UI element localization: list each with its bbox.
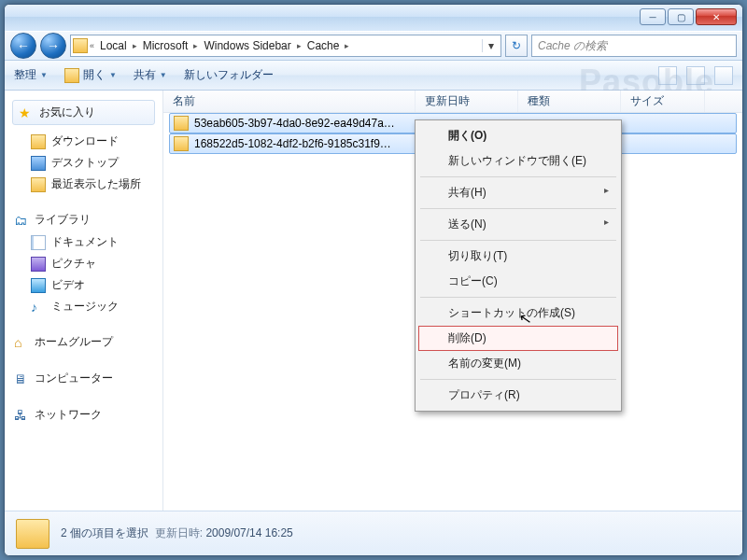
explorer-window: ─ ▢ ✕ ← → « Local▸ Microsoft▸ Windows Si…	[4, 4, 743, 556]
sidebar-item-recent[interactable]: 最近表示した場所	[8, 174, 159, 195]
menu-properties[interactable]: プロパティ(R)	[418, 383, 618, 408]
new-folder-button[interactable]: 新しいフォルダー	[184, 67, 274, 83]
col-name[interactable]: 名前	[163, 91, 416, 112]
titlebar: ─ ▢ ✕	[5, 5, 742, 31]
nav-bar: ← → « Local▸ Microsoft▸ Windows Sidebar▸…	[5, 31, 742, 61]
computer-header[interactable]: 🖥コンピューター	[8, 367, 159, 390]
sidebar-item-music[interactable]: ♪ミュージック	[8, 296, 159, 317]
organize-menu[interactable]: 整理 ▼	[14, 67, 48, 83]
folder-icon	[174, 116, 189, 131]
recent-icon	[31, 177, 46, 192]
breadcrumb[interactable]: Cache	[303, 39, 344, 52]
forward-button[interactable]: →	[40, 33, 66, 59]
menu-create-shortcut[interactable]: ショートカットの作成(S)	[418, 301, 618, 326]
share-menu[interactable]: 共有 ▼	[134, 67, 167, 83]
library-icon: 🗂	[14, 213, 29, 228]
status-bar: 2 個の項目を選択 更新日時: 2009/07/14 16:25	[5, 511, 742, 555]
computer-icon: 🖥	[14, 371, 29, 386]
star-icon: ★	[19, 105, 34, 120]
folder-icon	[31, 134, 46, 149]
column-headers: 名前 更新日時 種類 サイズ	[163, 91, 742, 113]
sidebar-item-documents[interactable]: ドキュメント	[8, 231, 159, 253]
status-date: 2009/07/14 16:25	[205, 526, 292, 539]
folder-icon	[174, 136, 189, 151]
folder-icon	[16, 519, 49, 549]
sidebar-item-desktop[interactable]: デスクトップ	[8, 152, 159, 174]
menu-copy[interactable]: コピー(C)	[418, 269, 618, 294]
music-icon: ♪	[31, 300, 46, 315]
menu-send-to[interactable]: 送る(N)	[418, 212, 618, 237]
command-bar: 整理 ▼ 開く ▼ 共有 ▼ 新しいフォルダー	[5, 61, 742, 91]
minimize-button[interactable]: ─	[640, 8, 666, 25]
sidebar-item-downloads[interactable]: ダウンロード	[8, 131, 159, 152]
help-icon[interactable]	[714, 66, 733, 85]
sidebar-item-pictures[interactable]: ピクチャ	[8, 253, 159, 274]
navigation-pane: ★お気に入り ダウンロード デスクトップ 最近表示した場所 🗂ライブラリ ドキュ…	[5, 91, 163, 511]
network-header[interactable]: 🖧ネットワーク	[8, 403, 159, 427]
back-button[interactable]: ←	[10, 33, 36, 59]
col-date[interactable]: 更新日時	[416, 91, 518, 112]
homegroup-header[interactable]: ⌂ホームグループ	[8, 330, 159, 354]
menu-cut[interactable]: 切り取り(T)	[418, 244, 618, 269]
picture-icon	[31, 257, 46, 272]
libraries-header[interactable]: 🗂ライブラリ	[8, 208, 159, 231]
menu-open[interactable]: 開く(O)	[418, 123, 618, 148]
menu-open-new-window[interactable]: 新しいウィンドウで開く(E)	[418, 148, 618, 174]
close-button[interactable]: ✕	[696, 8, 737, 25]
refresh-button[interactable]: ↻	[505, 35, 528, 57]
address-dropdown[interactable]: ▾	[482, 39, 499, 52]
open-menu[interactable]: 開く ▼	[64, 67, 117, 83]
breadcrumb[interactable]: Local	[96, 39, 131, 52]
col-type[interactable]: 種類	[518, 91, 621, 112]
folder-icon	[64, 68, 79, 83]
search-input[interactable]: Cache の検索	[531, 35, 737, 57]
menu-delete[interactable]: 削除(D)	[418, 326, 618, 351]
status-date-label: 更新日時:	[155, 526, 203, 539]
breadcrumb[interactable]: Microsoft	[139, 39, 192, 52]
col-size[interactable]: サイズ	[621, 91, 705, 112]
selection-count: 2 個の項目を選択	[61, 526, 148, 539]
menu-share[interactable]: 共有(H)	[418, 180, 618, 205]
homegroup-icon: ⌂	[14, 335, 29, 350]
video-icon	[31, 278, 46, 293]
view-options-icon[interactable]	[658, 66, 677, 85]
sidebar-item-videos[interactable]: ビデオ	[8, 274, 159, 296]
network-icon: 🖧	[14, 408, 29, 423]
address-bar[interactable]: « Local▸ Microsoft▸ Windows Sidebar▸ Cac…	[70, 35, 501, 57]
context-menu: 開く(O) 新しいウィンドウで開く(E) 共有(H) 送る(N) 切り取り(T)…	[415, 119, 622, 412]
desktop-icon	[31, 156, 46, 171]
breadcrumb[interactable]: Windows Sidebar	[200, 39, 294, 52]
menu-rename[interactable]: 名前の変更(M)	[418, 351, 618, 376]
favorites-header[interactable]: ★お気に入り	[12, 100, 155, 125]
preview-pane-icon[interactable]	[686, 66, 705, 85]
document-icon	[31, 235, 46, 250]
folder-icon	[73, 38, 88, 53]
maximize-button[interactable]: ▢	[668, 8, 694, 25]
